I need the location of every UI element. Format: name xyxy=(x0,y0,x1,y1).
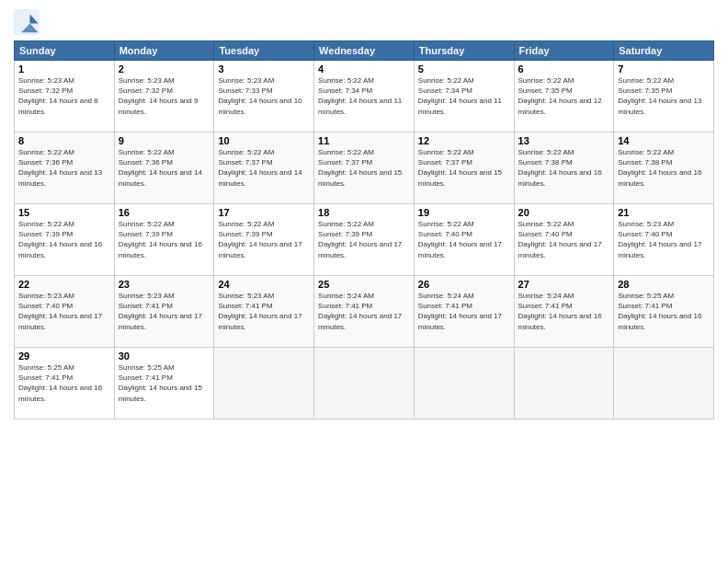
day-info: Sunrise: 5:23 AMSunset: 7:40 PMDaylight:… xyxy=(18,292,102,331)
day-info: Sunrise: 5:24 AMSunset: 7:41 PMDaylight:… xyxy=(518,292,602,331)
calendar-cell: 11 Sunrise: 5:22 AMSunset: 7:37 PMDaylig… xyxy=(314,132,415,204)
calendar-cell: 14 Sunrise: 5:22 AMSunset: 7:38 PMDaylig… xyxy=(614,132,714,204)
day-info: Sunrise: 5:22 AMSunset: 7:36 PMDaylight:… xyxy=(119,148,202,188)
day-number: 7 xyxy=(618,63,710,75)
day-info: Sunrise: 5:22 AMSunset: 7:37 PMDaylight:… xyxy=(218,148,301,188)
calendar-cell: 6 Sunrise: 5:22 AMSunset: 7:35 PMDayligh… xyxy=(514,61,614,132)
day-number: 16 xyxy=(119,207,210,218)
calendar-cell xyxy=(614,348,714,419)
day-number: 20 xyxy=(518,207,610,218)
day-header-saturday: Saturday xyxy=(614,41,714,61)
calendar-cell xyxy=(214,348,314,419)
week-row-3: 15 Sunrise: 5:22 AMSunset: 7:39 PMDaylig… xyxy=(15,204,714,276)
day-number: 26 xyxy=(418,279,510,290)
day-info: Sunrise: 5:22 AMSunset: 7:39 PMDaylight:… xyxy=(119,220,202,259)
day-info: Sunrise: 5:22 AMSunset: 7:35 PMDaylight:… xyxy=(518,76,602,116)
day-number: 10 xyxy=(218,135,310,146)
calendar-cell: 9 Sunrise: 5:22 AMSunset: 7:36 PMDayligh… xyxy=(114,132,214,204)
day-info: Sunrise: 5:22 AMSunset: 7:37 PMDaylight:… xyxy=(418,148,502,188)
calendar-cell: 28 Sunrise: 5:25 AMSunset: 7:41 PMDaylig… xyxy=(614,276,714,348)
day-info: Sunrise: 5:22 AMSunset: 7:38 PMDaylight:… xyxy=(518,148,602,188)
day-header-wednesday: Wednesday xyxy=(314,41,415,61)
calendar-cell: 2 Sunrise: 5:23 AMSunset: 7:32 PMDayligh… xyxy=(114,61,214,132)
day-info: Sunrise: 5:24 AMSunset: 7:41 PMDaylight:… xyxy=(318,292,402,331)
week-row-5: 29 Sunrise: 5:25 AMSunset: 7:41 PMDaylig… xyxy=(15,348,714,419)
day-info: Sunrise: 5:22 AMSunset: 7:34 PMDaylight:… xyxy=(418,76,502,116)
calendar-cell xyxy=(414,348,514,419)
day-number: 3 xyxy=(218,63,310,75)
calendar-cell xyxy=(314,348,415,419)
calendar-cell: 16 Sunrise: 5:22 AMSunset: 7:39 PMDaylig… xyxy=(114,204,214,276)
day-info: Sunrise: 5:22 AMSunset: 7:40 PMDaylight:… xyxy=(518,220,602,259)
calendar-cell: 10 Sunrise: 5:22 AMSunset: 7:37 PMDaylig… xyxy=(214,132,314,204)
logo xyxy=(14,9,43,35)
calendar-cell: 30 Sunrise: 5:25 AMSunset: 7:41 PMDaylig… xyxy=(114,348,214,419)
day-info: Sunrise: 5:22 AMSunset: 7:37 PMDaylight:… xyxy=(318,148,402,188)
day-info: Sunrise: 5:22 AMSunset: 7:38 PMDaylight:… xyxy=(618,148,701,188)
day-info: Sunrise: 5:24 AMSunset: 7:41 PMDaylight:… xyxy=(418,292,502,331)
day-info: Sunrise: 5:23 AMSunset: 7:33 PMDaylight:… xyxy=(218,76,301,116)
day-number: 25 xyxy=(318,279,410,290)
day-number: 14 xyxy=(618,135,710,146)
calendar-cell: 19 Sunrise: 5:22 AMSunset: 7:40 PMDaylig… xyxy=(414,204,514,276)
day-info: Sunrise: 5:23 AMSunset: 7:32 PMDaylight:… xyxy=(18,76,98,116)
calendar-cell: 24 Sunrise: 5:23 AMSunset: 7:41 PMDaylig… xyxy=(214,276,314,348)
day-number: 30 xyxy=(119,350,210,362)
calendar-cell: 25 Sunrise: 5:24 AMSunset: 7:41 PMDaylig… xyxy=(314,276,415,348)
week-row-4: 22 Sunrise: 5:23 AMSunset: 7:40 PMDaylig… xyxy=(15,276,714,348)
calendar-cell: 7 Sunrise: 5:22 AMSunset: 7:35 PMDayligh… xyxy=(614,61,714,132)
calendar-cell: 18 Sunrise: 5:22 AMSunset: 7:39 PMDaylig… xyxy=(314,204,415,276)
day-number: 12 xyxy=(418,135,510,146)
day-number: 8 xyxy=(18,135,110,146)
day-info: Sunrise: 5:22 AMSunset: 7:40 PMDaylight:… xyxy=(418,220,502,259)
week-row-1: 1 Sunrise: 5:23 AMSunset: 7:32 PMDayligh… xyxy=(15,61,714,132)
day-number: 2 xyxy=(119,63,210,75)
day-number: 9 xyxy=(119,135,210,146)
calendar-cell: 27 Sunrise: 5:24 AMSunset: 7:41 PMDaylig… xyxy=(514,276,614,348)
day-number: 22 xyxy=(18,279,110,290)
day-info: Sunrise: 5:25 AMSunset: 7:41 PMDaylight:… xyxy=(618,292,701,331)
day-info: Sunrise: 5:23 AMSunset: 7:32 PMDaylight:… xyxy=(119,76,199,116)
day-number: 13 xyxy=(518,135,610,146)
calendar-cell: 15 Sunrise: 5:22 AMSunset: 7:39 PMDaylig… xyxy=(15,204,115,276)
logo-icon xyxy=(14,9,40,35)
calendar-cell xyxy=(514,348,614,419)
page: SundayMondayTuesdayWednesdayThursdayFrid… xyxy=(0,0,728,563)
day-info: Sunrise: 5:25 AMSunset: 7:41 PMDaylight:… xyxy=(18,363,102,403)
calendar-cell: 8 Sunrise: 5:22 AMSunset: 7:36 PMDayligh… xyxy=(15,132,115,204)
day-info: Sunrise: 5:22 AMSunset: 7:39 PMDaylight:… xyxy=(318,220,402,259)
calendar-cell: 12 Sunrise: 5:22 AMSunset: 7:37 PMDaylig… xyxy=(414,132,514,204)
calendar-cell: 21 Sunrise: 5:23 AMSunset: 7:40 PMDaylig… xyxy=(614,204,714,276)
day-header-sunday: Sunday xyxy=(15,41,115,61)
day-number: 4 xyxy=(318,63,410,75)
day-info: Sunrise: 5:22 AMSunset: 7:35 PMDaylight:… xyxy=(618,76,701,116)
day-number: 27 xyxy=(518,279,610,290)
day-info: Sunrise: 5:23 AMSunset: 7:40 PMDaylight:… xyxy=(618,220,701,259)
day-number: 19 xyxy=(418,207,510,218)
calendar-cell: 3 Sunrise: 5:23 AMSunset: 7:33 PMDayligh… xyxy=(214,61,314,132)
day-header-monday: Monday xyxy=(114,41,214,61)
day-number: 24 xyxy=(218,279,310,290)
day-info: Sunrise: 5:22 AMSunset: 7:39 PMDaylight:… xyxy=(218,220,301,259)
calendar-cell: 26 Sunrise: 5:24 AMSunset: 7:41 PMDaylig… xyxy=(414,276,514,348)
calendar-cell: 4 Sunrise: 5:22 AMSunset: 7:34 PMDayligh… xyxy=(314,61,415,132)
day-number: 17 xyxy=(218,207,310,218)
day-header-thursday: Thursday xyxy=(414,41,514,61)
day-info: Sunrise: 5:22 AMSunset: 7:36 PMDaylight:… xyxy=(18,148,102,188)
day-header-tuesday: Tuesday xyxy=(214,41,314,61)
calendar-table: SundayMondayTuesdayWednesdayThursdayFrid… xyxy=(14,40,714,419)
day-info: Sunrise: 5:23 AMSunset: 7:41 PMDaylight:… xyxy=(218,292,301,331)
header-row-days: SundayMondayTuesdayWednesdayThursdayFrid… xyxy=(15,41,714,61)
day-number: 18 xyxy=(318,207,410,218)
week-row-2: 8 Sunrise: 5:22 AMSunset: 7:36 PMDayligh… xyxy=(15,132,714,204)
calendar-cell: 22 Sunrise: 5:23 AMSunset: 7:40 PMDaylig… xyxy=(15,276,115,348)
calendar-cell: 17 Sunrise: 5:22 AMSunset: 7:39 PMDaylig… xyxy=(214,204,314,276)
day-number: 28 xyxy=(618,279,710,290)
calendar-cell: 29 Sunrise: 5:25 AMSunset: 7:41 PMDaylig… xyxy=(15,348,115,419)
calendar-cell: 23 Sunrise: 5:23 AMSunset: 7:41 PMDaylig… xyxy=(114,276,214,348)
calendar-cell: 1 Sunrise: 5:23 AMSunset: 7:32 PMDayligh… xyxy=(15,61,115,132)
day-number: 21 xyxy=(618,207,710,218)
day-info: Sunrise: 5:22 AMSunset: 7:39 PMDaylight:… xyxy=(18,220,102,259)
day-number: 15 xyxy=(18,207,110,218)
day-number: 29 xyxy=(18,350,110,362)
